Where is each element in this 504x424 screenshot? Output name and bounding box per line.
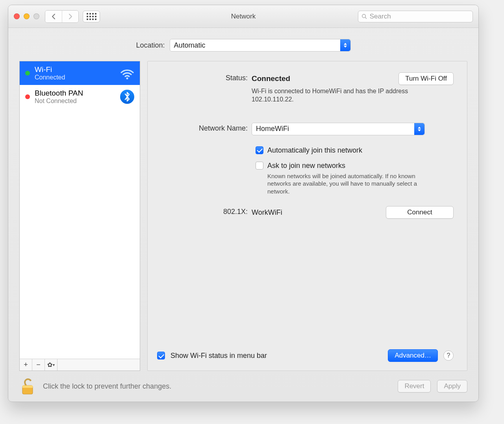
zoom-button[interactable] (33, 13, 39, 19)
svg-point-2 (126, 77, 128, 79)
lock-button[interactable] (19, 377, 36, 396)
close-button[interactable] (14, 13, 20, 19)
revert-button[interactable]: Revert (398, 380, 431, 393)
ask-join-checkbox[interactable] (256, 162, 263, 170)
search-input[interactable] (370, 13, 469, 20)
bottom-bar: Click the lock to prevent further change… (8, 371, 478, 402)
interface-status: Connected (35, 74, 65, 81)
chevron-left-icon (51, 13, 56, 20)
grid-icon (87, 13, 96, 20)
svg-point-0 (362, 14, 366, 18)
chevron-right-icon (68, 13, 73, 20)
help-button[interactable]: ? (443, 350, 454, 361)
network-name-select[interactable]: HomeWiFi (252, 123, 425, 135)
status-label: Status: (157, 72, 252, 82)
back-button[interactable] (45, 11, 62, 22)
show-status-label: Show Wi-Fi status in menu bar (170, 352, 267, 360)
dot1x-label: 802.1X: (157, 206, 252, 216)
location-label: Location: (136, 41, 165, 50)
status-dot-icon (25, 94, 30, 99)
dot1x-value: WorkWiFi (252, 208, 282, 217)
nav-group (45, 10, 79, 23)
search-field[interactable] (358, 11, 473, 22)
interface-item-wifi[interactable]: Wi-Fi Connected (20, 61, 140, 85)
interface-status: Not Connected (35, 98, 83, 105)
interfaces-list: Wi-Fi Connected (19, 61, 140, 371)
show-status-checkbox[interactable] (157, 352, 165, 359)
network-name-value: HomeWiFi (256, 125, 289, 133)
content-split: Wi-Fi Connected (8, 61, 478, 371)
status-description: Wi-Fi is connected to HomeWiFi and has t… (252, 87, 425, 104)
svg-line-1 (365, 17, 367, 18)
apply-button[interactable]: Apply (437, 380, 467, 393)
detail-panel: Status: Connected Turn Wi-Fi Off Wi-Fi i… (147, 61, 467, 371)
connect-button[interactable]: Connect (386, 206, 454, 219)
add-interface-button[interactable]: + (20, 359, 32, 371)
minimize-button[interactable] (24, 13, 30, 19)
titlebar: Network (8, 5, 478, 28)
gear-icon: ✿ (47, 361, 52, 369)
chevron-updown-icon (340, 39, 350, 51)
interface-item-bluetooth-pan[interactable]: Bluetooth PAN Not Connected (20, 85, 140, 109)
location-row: Location: Automatic (8, 28, 478, 61)
interface-actions-button[interactable]: ✿ ▾ (45, 359, 57, 371)
unlocked-lock-icon (19, 377, 36, 396)
remove-interface-button[interactable]: − (32, 359, 45, 371)
status-value: Connected (252, 74, 290, 83)
wifi-icon (119, 65, 135, 81)
location-value: Automatic (174, 41, 206, 50)
help-icon: ? (447, 352, 450, 359)
chevron-down-icon: ▾ (53, 363, 55, 367)
lock-hint: Click the lock to prevent further change… (43, 382, 171, 391)
bluetooth-icon (119, 89, 135, 105)
ask-join-description: Known networks will be joined automatica… (267, 172, 433, 195)
search-icon (361, 13, 367, 20)
interface-name: Bluetooth PAN (35, 89, 83, 98)
auto-join-label: Automatically join this network (267, 146, 362, 155)
interfaces-list-footer: + − ✿ ▾ (20, 359, 140, 371)
chevron-updown-icon (414, 123, 424, 135)
network-name-label: Network Name: (157, 123, 252, 133)
interfaces-list-body: Wi-Fi Connected (20, 61, 140, 359)
toggle-wifi-button[interactable]: Turn Wi-Fi Off (398, 72, 454, 85)
forward-button[interactable] (62, 11, 78, 22)
ask-join-label: Ask to join new networks (267, 162, 345, 170)
status-dot-icon (25, 71, 30, 76)
svg-rect-4 (22, 385, 33, 388)
auto-join-checkbox[interactable] (256, 146, 263, 154)
interface-name: Wi-Fi (35, 65, 65, 74)
network-prefs-window: Network Location: Automatic Wi-Fi Conne (8, 5, 479, 402)
advanced-button[interactable]: Advanced… (388, 349, 438, 362)
show-all-button[interactable] (83, 11, 100, 22)
traffic-lights (14, 13, 39, 19)
location-select[interactable]: Automatic (170, 39, 351, 52)
